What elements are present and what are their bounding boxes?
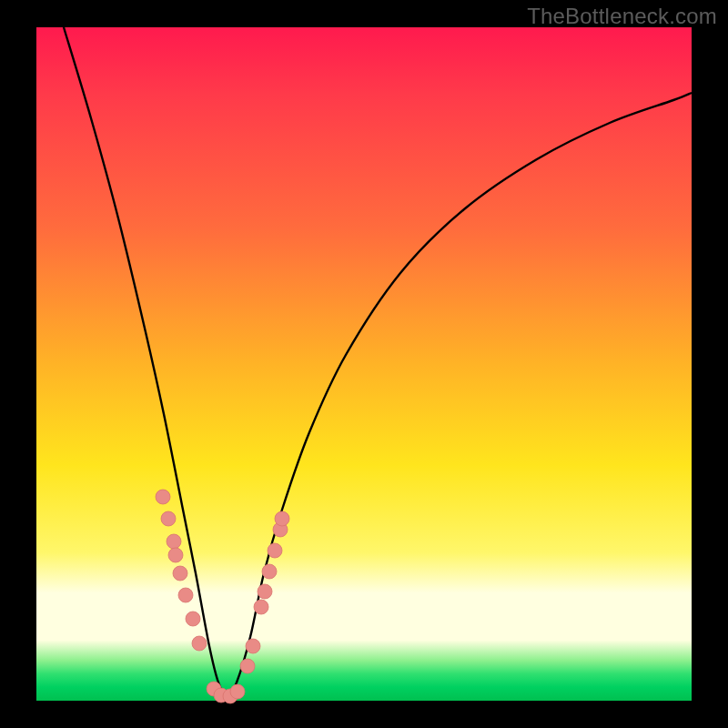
scatter-dots bbox=[156, 490, 289, 703]
scatter-dot bbox=[161, 511, 176, 526]
scatter-dot bbox=[230, 684, 245, 699]
scatter-dot bbox=[268, 543, 282, 558]
scatter-dot bbox=[167, 534, 181, 549]
scatter-dot bbox=[173, 566, 187, 581]
bottleneck-curve bbox=[64, 27, 692, 696]
scatter-dot bbox=[168, 548, 183, 562]
scatter-dot bbox=[258, 584, 272, 599]
watermark-text: TheBottleneck.com bbox=[527, 4, 717, 29]
plot-area bbox=[36, 27, 692, 701]
scatter-dot bbox=[275, 511, 289, 526]
scatter-dot bbox=[186, 612, 200, 626]
scatter-dot bbox=[156, 490, 170, 504]
scatter-dot bbox=[178, 588, 193, 602]
curve-svg bbox=[36, 27, 692, 701]
scatter-dot bbox=[192, 636, 207, 651]
scatter-dot bbox=[254, 600, 268, 614]
chart-frame: TheBottleneck.com bbox=[0, 0, 728, 728]
scatter-dot bbox=[262, 564, 277, 579]
scatter-dot bbox=[240, 659, 255, 673]
scatter-dot bbox=[246, 639, 260, 653]
